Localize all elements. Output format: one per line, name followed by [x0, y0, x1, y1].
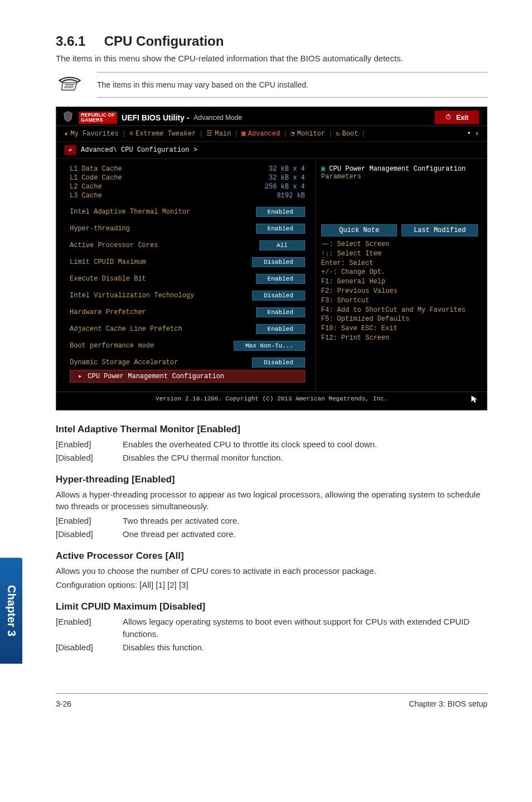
cache-row: L2 Cache256 kB x 4: [70, 182, 305, 191]
option-row[interactable]: Limit CPUID MaximumDisabled: [70, 257, 305, 267]
section-title: 3.6.1 CPU Configuration: [56, 33, 487, 49]
setting-para: Configuration options: [All] [1] [2] [3]: [56, 579, 487, 591]
def-row: [Disabled]Disables the CPU thermal monit…: [56, 452, 487, 464]
cache-row: L1 Data Cache32 kB x 4: [70, 165, 305, 173]
option-value[interactable]: Enabled: [256, 307, 305, 317]
section-desc: The items in this menu show the CPU-rela…: [56, 52, 487, 64]
cache-row: L3 Cache8192 kB: [70, 191, 305, 200]
breadcrumb: Advanced\ CPU Configuration >: [81, 146, 197, 154]
page-number: 3-26: [56, 699, 71, 708]
right-panel-sub: Parameters: [321, 173, 361, 181]
setting-head: Intel Adaptive Thermal Monitor [Enabled]: [56, 424, 487, 435]
bios-mode: Advanced Mode: [194, 114, 242, 122]
chapter-label: Chapter 3: BIOS setup: [409, 699, 487, 708]
note-text: The items in this menu may vary based on…: [97, 72, 487, 98]
gauge-icon: ◔: [291, 129, 294, 138]
note-callout: The items in this menu may vary based on…: [56, 72, 487, 98]
def-row: [Disabled]One thread per activated core.: [56, 528, 487, 540]
back-button[interactable]: ↶: [64, 145, 76, 155]
setting-head: Limit CPUID Maximum [Disabled]: [56, 601, 487, 612]
star-icon: ★: [64, 129, 68, 138]
right-panel-header: ▣ CPU Power Management Configuration Par…: [321, 165, 478, 181]
setting-head: Active Processor Cores [All]: [56, 550, 487, 562]
option-value[interactable]: Disabled: [252, 357, 305, 368]
option-value[interactable]: Disabled: [252, 291, 305, 301]
tab-boot[interactable]: Boot: [342, 130, 358, 138]
bios-window: REPUBLIC OFGAMERS UEFI BIOS Utility - Ad…: [56, 107, 487, 410]
def-row: [Disabled]Disables this function.: [56, 641, 487, 654]
page-footer: 3-26 Chapter 3: BIOS setup: [56, 693, 487, 708]
cache-row: L1 Code Cache32 kB x 4: [70, 173, 305, 182]
option-row[interactable]: Intel Virtualization TechnologyDisabled: [70, 291, 305, 301]
tab-favorites[interactable]: My Favorites: [70, 130, 118, 138]
option-value[interactable]: Max Non-Tu...: [234, 341, 305, 351]
option-row[interactable]: Hyper-threadingEnabled: [70, 224, 305, 234]
tab-main[interactable]: Main: [215, 130, 231, 138]
option-value[interactable]: Enabled: [256, 207, 305, 217]
selected-option-label: CPU Power Management Configuration: [88, 373, 224, 380]
cursor-icon: [470, 395, 478, 404]
key-hints: →←: Select Screen ↑↓: Select Item Enter:…: [321, 240, 478, 343]
option-row[interactable]: Boot performance modeMax Non-Tu...: [70, 341, 305, 351]
option-value[interactable]: Enabled: [256, 324, 305, 334]
exit-label: Exit: [456, 114, 468, 122]
setting-head: Hyper-threading [Enabled]: [56, 474, 487, 485]
section-name: CPU Configuration: [104, 33, 224, 49]
option-row[interactable]: Hardware PrefetcherEnabled: [70, 307, 305, 317]
def-row: [Enabled]Enables the overheated CPU to t…: [56, 438, 487, 451]
last-modified-button[interactable]: Last Modified: [402, 224, 478, 236]
note-icon: [57, 74, 83, 96]
option-value[interactable]: Enabled: [256, 274, 305, 284]
exit-button[interactable]: Exit: [434, 110, 479, 124]
option-row[interactable]: Active Processor CoresAll: [70, 240, 305, 250]
bios-version: Version 2.10.1208. Copyright (C) 2013 Am…: [156, 395, 388, 402]
chip-icon: ▦: [241, 129, 245, 138]
bios-footer: Version 2.10.1208. Copyright (C) 2013 Am…: [56, 392, 487, 410]
chapter-side-tab: Chapter 3: [0, 558, 22, 664]
selected-option-row[interactable]: ▸ CPU Power Management Configuration: [70, 370, 305, 383]
section-number: 3.6.1: [56, 33, 85, 49]
tab-advanced[interactable]: Advanced: [248, 130, 280, 138]
option-row[interactable]: Adjacent Cache Line PrefetchEnabled: [70, 324, 305, 334]
info-icon: ▣: [321, 165, 325, 173]
option-row[interactable]: Dynamic Storage AcceleratorDisabled: [70, 357, 305, 368]
def-row: [Enabled]Allows legacy operating systems…: [56, 616, 487, 640]
option-value[interactable]: All: [259, 240, 305, 250]
quick-note-button[interactable]: Quick Note: [321, 224, 398, 236]
option-row[interactable]: Execute Disable BitEnabled: [70, 274, 305, 284]
sliders-icon: ≡: [129, 130, 133, 138]
brand-badge: REPUBLIC OFGAMERS: [79, 112, 117, 124]
rog-shield-icon: [62, 110, 74, 124]
power-icon: [445, 113, 452, 122]
option-value[interactable]: Disabled: [252, 257, 305, 267]
option-row[interactable]: Intel Adaptive Thermal MonitorEnabled: [70, 207, 305, 217]
bios-title: UEFI BIOS Utility -: [122, 113, 189, 122]
list-icon: ☰: [206, 129, 212, 138]
more-tabs-icon[interactable]: • ›: [467, 130, 479, 138]
def-row: [Enabled]Two threads per activated core.: [56, 515, 487, 527]
back-arrow-icon: ↶: [68, 146, 72, 154]
boot-icon: ↻: [336, 129, 340, 138]
setting-para: Allows a hyper-threading processor to ap…: [56, 489, 487, 513]
setting-para: Allows you to choose the number of CPU c…: [56, 565, 487, 577]
tab-monitor[interactable]: Monitor: [297, 130, 325, 138]
bios-tabs: ★ My Favorites | ≡ Extreme Tweaker | ☰ M…: [56, 126, 487, 142]
bios-logo-row: REPUBLIC OFGAMERS UEFI BIOS Utility - Ad…: [62, 110, 242, 124]
submenu-arrow-icon: ▸: [78, 372, 82, 380]
tab-tweaker[interactable]: Extreme Tweaker: [136, 130, 196, 138]
option-value[interactable]: Enabled: [256, 224, 305, 234]
